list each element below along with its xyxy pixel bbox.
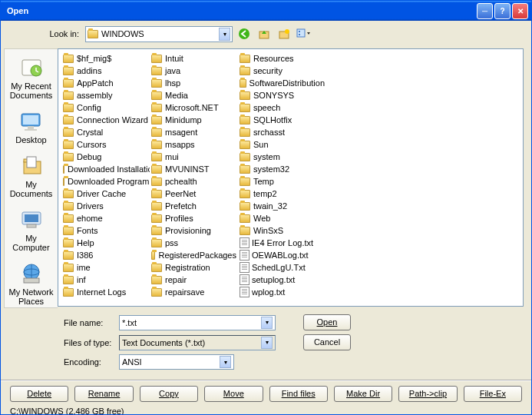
- file-item[interactable]: PeerNet: [150, 188, 238, 200]
- chevron-down-icon[interactable]: ▾: [220, 356, 231, 368]
- filetype-combo[interactable]: Text Documents (*.txt) ▾: [119, 335, 276, 350]
- file-item[interactable]: repair: [150, 274, 238, 286]
- sidebar-item-docs[interactable]: My Documents: [5, 152, 58, 200]
- file-item[interactable]: Provisioning: [150, 224, 238, 237]
- rename-button[interactable]: Rename: [74, 386, 133, 402]
- folder-icon: [63, 153, 74, 161]
- file-item[interactable]: IE4 Error Log.txt: [238, 237, 326, 249]
- folder-icon: [151, 190, 162, 198]
- file-item[interactable]: SchedLgU.Txt: [238, 261, 326, 274]
- file-item[interactable]: WinSxS: [238, 224, 326, 237]
- sidebar-item-network[interactable]: My Network Places: [5, 260, 58, 307]
- chevron-down-icon[interactable]: ▾: [261, 317, 273, 329]
- file-item[interactable]: Drivers: [61, 200, 150, 212]
- file-item[interactable]: Minidump: [150, 114, 238, 126]
- file-item[interactable]: Config: [61, 101, 150, 114]
- chevron-down-icon[interactable]: ▾: [219, 28, 230, 41]
- file-item[interactable]: Temp: [238, 175, 326, 188]
- file-item[interactable]: inf: [61, 274, 150, 286]
- new-folder-button[interactable]: [276, 25, 292, 42]
- file-item[interactable]: Cursors: [61, 138, 150, 151]
- back-button[interactable]: [236, 25, 253, 42]
- file-name: inf: [77, 275, 86, 284]
- file-item[interactable]: Intuit: [150, 52, 238, 65]
- file-item[interactable]: system32: [238, 163, 326, 175]
- view-menu-button[interactable]: [296, 25, 312, 42]
- move-button[interactable]: Move: [204, 386, 263, 402]
- file-item[interactable]: Downloaded Installations: [61, 163, 150, 175]
- copy-button[interactable]: Copy: [140, 386, 198, 402]
- file-item[interactable]: Help: [61, 237, 150, 249]
- sidebar-item-recent[interactable]: My Recent Documents: [5, 54, 58, 101]
- file-item[interactable]: lhsp: [150, 77, 238, 89]
- filename-input[interactable]: *.txt ▾: [119, 315, 276, 330]
- file-item[interactable]: msapps: [150, 138, 238, 151]
- file-item[interactable]: java: [150, 65, 238, 77]
- file-name: Minidump: [165, 115, 202, 124]
- file-list-pane[interactable]: $hf_mig$addinsAppPatchassemblyConfigConn…: [58, 48, 524, 307]
- file-item[interactable]: $hf_mig$: [61, 52, 150, 65]
- delete-button[interactable]: Delete: [10, 386, 68, 402]
- text-file-icon: [240, 287, 249, 297]
- file-item[interactable]: Media: [150, 89, 238, 101]
- file-item[interactable]: setuplog.txt: [238, 274, 326, 286]
- lookin-combo[interactable]: WINDOWS ▾: [85, 26, 233, 42]
- file-item[interactable]: SQLHotfix: [238, 114, 326, 126]
- sidebar-item-computer[interactable]: My Computer: [5, 206, 58, 254]
- file-item[interactable]: OEWABLog.txt: [238, 249, 326, 261]
- file-item[interactable]: SONYSYS: [238, 89, 326, 101]
- find-files-button[interactable]: Find files: [269, 386, 328, 402]
- file-item[interactable]: Prefetch: [150, 200, 238, 212]
- file-item[interactable]: Internet Logs: [61, 286, 150, 298]
- file-item[interactable]: speech: [238, 101, 326, 114]
- file-item[interactable]: pss: [150, 237, 238, 249]
- cancel-button[interactable]: Cancel: [303, 334, 351, 350]
- file-item[interactable]: SoftwareDistribution: [238, 77, 326, 89]
- file-item[interactable]: Profiles: [150, 212, 238, 224]
- file-item[interactable]: Sun: [238, 138, 326, 151]
- file-item[interactable]: AppPatch: [61, 77, 150, 89]
- extension-panel: DeleteRenameCopyMoveFind filesMake DirPa…: [1, 380, 531, 415]
- file-item[interactable]: Connection Wizard: [61, 114, 150, 126]
- file-item[interactable]: temp2: [238, 188, 326, 200]
- file-item[interactable]: mui: [150, 151, 238, 163]
- file-item[interactable]: assembly: [61, 89, 150, 101]
- file-item[interactable]: pchealth: [150, 175, 238, 188]
- file-item[interactable]: srchasst: [238, 126, 326, 138]
- file-item[interactable]: ehome: [61, 212, 150, 224]
- file-item[interactable]: Registration: [150, 261, 238, 274]
- file-item[interactable]: Fonts: [61, 224, 150, 237]
- file-item[interactable]: Crystal: [61, 126, 150, 138]
- file-item[interactable]: MVUNINST: [150, 163, 238, 175]
- file-item[interactable]: Resources: [238, 52, 326, 65]
- file-item[interactable]: addins: [61, 65, 150, 77]
- open-button[interactable]: Open: [303, 314, 351, 330]
- file-item[interactable]: twain_32: [238, 200, 326, 212]
- file-item[interactable]: Debug: [61, 151, 150, 163]
- file-item[interactable]: msagent: [150, 126, 238, 138]
- close-button[interactable]: ✕: [512, 3, 528, 19]
- make-dir-button[interactable]: Make Dir: [334, 386, 392, 402]
- encoding-combo[interactable]: ANSI ▾: [119, 354, 234, 370]
- file-item[interactable]: I386: [61, 249, 150, 261]
- file-item[interactable]: system: [238, 151, 326, 163]
- file-item[interactable]: ime: [61, 261, 150, 274]
- folder-icon: [63, 104, 74, 112]
- sidebar-item-desktop[interactable]: Desktop: [14, 108, 48, 146]
- file-ex-button[interactable]: File-Ex: [464, 386, 522, 402]
- help-button[interactable]: ?: [494, 3, 511, 19]
- file-item[interactable]: Downloaded Program Files: [61, 175, 150, 188]
- file-item[interactable]: RegisteredPackages: [150, 249, 238, 261]
- folder-icon: [240, 79, 246, 88]
- file-item[interactable]: security: [238, 65, 326, 77]
- path-clip-button[interactable]: Path->clip: [398, 386, 457, 402]
- up-button[interactable]: [256, 25, 273, 42]
- minimize-button[interactable]: ─: [477, 3, 493, 19]
- file-item[interactable]: wplog.txt: [238, 286, 326, 298]
- file-item[interactable]: Microsoft.NET: [150, 101, 238, 114]
- file-item[interactable]: Driver Cache: [61, 188, 150, 200]
- file-item[interactable]: Web: [238, 212, 326, 224]
- file-item[interactable]: repairsave: [150, 286, 238, 298]
- file-name: Cursors: [77, 140, 107, 149]
- chevron-down-icon[interactable]: ▾: [261, 337, 273, 349]
